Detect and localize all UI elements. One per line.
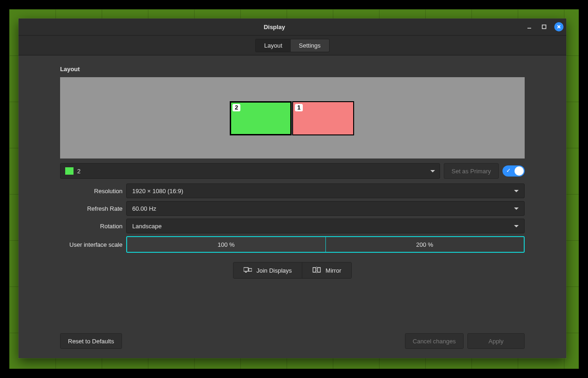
set-as-primary-button[interactable]: Set as Primary — [444, 163, 499, 179]
check-icon: ✓ — [506, 167, 511, 174]
minimize-button[interactable] — [525, 22, 534, 31]
window-controls — [525, 22, 564, 31]
refresh-rate-value: 60.00 Hz — [132, 205, 156, 212]
chevron-down-icon — [514, 225, 519, 227]
mirror-label: Mirror — [325, 267, 341, 274]
reset-defaults-button[interactable]: Reset to Defaults — [60, 333, 122, 349]
content-pane: Layout 21 2 Set as Primary ✓ Resolution … — [18, 55, 566, 358]
rotation-label: Rotation — [60, 223, 122, 230]
display-enabled-toggle[interactable]: ✓ — [502, 165, 525, 177]
chevron-down-icon — [430, 170, 435, 172]
ui-scale-option[interactable]: 100 % — [127, 237, 325, 252]
ui-scale-label: User interface scale — [60, 241, 122, 248]
window-title: Display — [24, 24, 525, 30]
titlebar: Display — [18, 18, 566, 36]
chevron-down-icon — [514, 207, 519, 210]
display-selector-value: 2 — [77, 168, 80, 175]
mirror-displays-button[interactable]: Mirror — [302, 262, 351, 278]
rotation-combobox[interactable]: Landscape — [126, 219, 525, 233]
join-displays-icon — [244, 267, 252, 274]
svg-rect-5 — [249, 268, 252, 271]
svg-rect-1 — [542, 25, 546, 29]
ui-scale-option[interactable]: 200 % — [325, 237, 524, 252]
tab-settings[interactable]: Settings — [291, 39, 329, 52]
join-displays-label: Join Displays — [257, 267, 292, 274]
monitor-badge: 2 — [233, 104, 240, 111]
rotation-value: Landscape — [132, 223, 162, 230]
mirror-icon — [312, 267, 321, 274]
cancel-changes-button[interactable]: Cancel changes — [405, 333, 464, 349]
chevron-down-icon — [514, 190, 519, 192]
tab-bar: Layout Settings — [18, 36, 566, 55]
resolution-value: 1920 × 1080 (16:9) — [132, 188, 183, 195]
display-color-chip — [65, 167, 74, 175]
maximize-button[interactable] — [539, 22, 549, 31]
monitor-arranger[interactable]: 21 — [60, 77, 525, 159]
resolution-label: Resolution — [60, 188, 122, 195]
close-button[interactable] — [554, 22, 564, 31]
monitor-1[interactable]: 1 — [292, 101, 354, 135]
monitor-badge: 1 — [295, 104, 303, 111]
display-mode-group: Join Displays Mirror — [233, 262, 352, 279]
apply-button[interactable]: Apply — [467, 333, 525, 349]
tab-group: Layout Settings — [255, 39, 329, 52]
ui-scale-segmented: 100 %200 % — [126, 236, 525, 253]
svg-rect-4 — [244, 268, 248, 271]
refresh-rate-label: Refresh Rate — [60, 205, 122, 212]
resolution-combobox[interactable]: 1920 × 1080 (16:9) — [126, 183, 525, 198]
join-displays-button[interactable]: Join Displays — [233, 262, 302, 278]
display-settings-window: Display Layout Settings Layout 21 2 — [18, 18, 566, 358]
display-selector[interactable]: 2 — [60, 163, 440, 179]
refresh-rate-combobox[interactable]: 60.00 Hz — [126, 201, 525, 216]
monitor-2[interactable]: 2 — [230, 101, 292, 135]
tab-layout[interactable]: Layout — [256, 39, 290, 52]
section-title: Layout — [60, 66, 525, 73]
